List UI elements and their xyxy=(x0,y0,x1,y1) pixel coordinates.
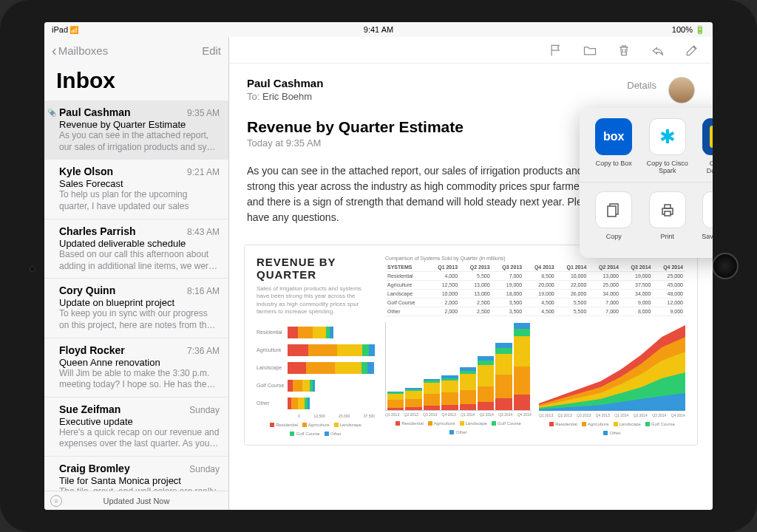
battery-label: 100% xyxy=(672,25,705,35)
mail-item[interactable]: Cory Quinn8:16 AMUpdate on blueprint pro… xyxy=(44,279,228,338)
app-icon: ⬇ xyxy=(702,118,713,155)
share-action[interactable]: Copy xyxy=(588,191,639,240)
app-icon: box xyxy=(595,118,632,155)
mail-subject: Tile for Santa Monica project xyxy=(59,475,220,486)
mail-time: 7:36 AM xyxy=(187,346,220,356)
share-sheet: boxCopy to Box✱Copy to Cisco Spark⬇Copy … xyxy=(580,108,713,258)
avatar[interactable] xyxy=(668,77,695,103)
app-label: Copy to Cisco Spark xyxy=(642,160,693,174)
to-name[interactable]: Eric Boehm xyxy=(262,91,312,102)
action-label: Save to Files xyxy=(696,233,713,240)
folder-icon[interactable] xyxy=(583,43,597,58)
mail-preview: Will Jim be able to make the 3:30 p.m. m… xyxy=(59,368,220,391)
mail-preview: As you can see in the attached report, o… xyxy=(59,130,220,153)
reply-icon[interactable] xyxy=(651,43,665,58)
share-app[interactable]: boxCopy to Box xyxy=(588,118,639,174)
details-link[interactable]: Details xyxy=(627,80,656,91)
mail-preview: Here's a quick recap on our revenue and … xyxy=(59,427,220,450)
mail-preview: To keep you in sync with our progress on… xyxy=(59,308,220,331)
chevron-left-icon: ‹ xyxy=(52,43,57,58)
share-app[interactable]: ⬇Copy to DocuSign xyxy=(696,118,713,174)
filter-icon[interactable]: ≡ xyxy=(50,495,62,507)
svg-rect-1 xyxy=(608,206,616,216)
action-label: Copy xyxy=(588,233,639,240)
to-line: To: Eric Boehm xyxy=(247,91,323,102)
updated-label: Updated Just Now xyxy=(103,497,170,505)
share-action[interactable]: Print xyxy=(642,191,693,240)
mail-sender: Cory Quinn xyxy=(59,284,115,296)
mail-subject: Queen Anne renovation xyxy=(59,357,220,368)
carrier-label: iPad xyxy=(52,25,78,34)
mail-sender: Craig Bromley xyxy=(59,463,130,474)
app-label: Copy to Box xyxy=(588,160,639,167)
mail-time: Sunday xyxy=(189,405,220,415)
app-icon: ✱ xyxy=(649,118,686,155)
mail-preview: To help us plan for the upcoming quarter… xyxy=(59,189,220,213)
mail-subject: Updated deliverable schedule xyxy=(59,238,220,249)
from-name[interactable]: Paul Cashman xyxy=(247,77,323,89)
hbar-chart: ResidentialAgricultureLandscapeGolf Cour… xyxy=(257,324,375,434)
clock: 9:41 AM xyxy=(364,25,393,34)
camera xyxy=(30,266,35,272)
edit-button[interactable]: Edit xyxy=(202,44,221,57)
mail-item[interactable]: Kyle Olson9:21 AMSales ForecastTo help u… xyxy=(44,160,228,219)
home-button[interactable] xyxy=(712,253,739,279)
mail-time: 8:43 AM xyxy=(187,227,220,237)
app-label: Copy to DocuSign xyxy=(696,160,713,174)
attachment-icon: 📎 xyxy=(47,109,56,117)
mail-sender: Sue Zeifman xyxy=(59,403,120,415)
status-bar: iPad 9:41 AM 100% xyxy=(44,22,713,37)
column-chart: Q1 2013Q2 2013Q3 2013Q4 2013Q1 2014Q2 20… xyxy=(385,322,532,433)
trash-icon[interactable] xyxy=(617,43,631,58)
sidebar-footer: ≡ Updated Just Now xyxy=(44,491,228,510)
mail-item[interactable]: Charles Parrish8:43 AMUpdated deliverabl… xyxy=(44,219,228,279)
attachment-subtitle: Sales of irrigation products and systems… xyxy=(257,285,375,316)
flag-icon[interactable] xyxy=(549,43,563,58)
mail-item[interactable]: Craig BromleySundayTile for Santa Monica… xyxy=(44,457,228,491)
area-chart: Q1 2013Q2 2013Q3 2013Q4 2013Q1 2014Q2 20… xyxy=(539,322,685,433)
compose-icon[interactable] xyxy=(685,43,699,58)
to-label: To: xyxy=(247,91,259,102)
action-icon xyxy=(649,191,686,228)
action-icon xyxy=(595,191,632,228)
mail-subject: Sales Forecast xyxy=(59,178,220,189)
mail-sender: Kyle Olson xyxy=(59,166,113,177)
back-label: Mailboxes xyxy=(58,44,109,57)
svg-rect-3 xyxy=(665,205,671,208)
mail-item[interactable]: Floyd Rocker7:36 AMQueen Anne renovation… xyxy=(44,338,228,398)
share-action[interactable]: Save to Files xyxy=(696,191,713,240)
mail-item[interactable]: 📎Paul Cashman9:35 AMRevenue by Quarter E… xyxy=(44,100,228,160)
mail-item[interactable]: Sue ZeifmanSundayExecutive updateHere's … xyxy=(44,398,228,457)
action-label: Print xyxy=(642,233,693,240)
mail-sender: Paul Cashman xyxy=(59,106,130,118)
attachment-title: REVENUE BY QUARTER xyxy=(257,256,375,281)
mail-sender: Floyd Rocker xyxy=(59,344,125,356)
mail-time: 8:16 AM xyxy=(187,286,220,296)
mail-subject: Revenue by Quarter Estimate xyxy=(59,119,220,130)
mail-preview: Based on our call this afternoon about a… xyxy=(59,249,220,272)
message-pane: Paul Cashman To: Eric Boehm Details Reve… xyxy=(229,37,713,510)
inbox-title: Inbox xyxy=(44,64,228,100)
mail-sender: Charles Parrish xyxy=(59,225,136,237)
attachment-preview[interactable]: REVENUE BY QUARTER Sales of irrigation p… xyxy=(244,245,698,446)
mail-subject: Update on blueprint project xyxy=(59,297,220,308)
mail-list: 📎Paul Cashman9:35 AMRevenue by Quarter E… xyxy=(44,100,228,491)
toolbar xyxy=(229,37,713,64)
action-icon xyxy=(702,191,713,228)
back-to-mailboxes[interactable]: ‹ Mailboxes xyxy=(52,43,108,58)
mail-time: 9:21 AM xyxy=(187,167,220,177)
share-app[interactable]: ✱Copy to Cisco Spark xyxy=(642,118,693,174)
mailbox-sidebar: ‹ Mailboxes Edit Inbox 📎Paul Cashman9:35… xyxy=(44,37,229,510)
mail-time: 9:35 AM xyxy=(187,108,220,118)
svg-rect-4 xyxy=(665,211,671,216)
mail-time: Sunday xyxy=(189,464,220,474)
mail-subject: Executive update xyxy=(59,416,220,427)
data-table: SYSTEMSQ1 2013Q2 2013Q3 2013Q4 2013Q1 20… xyxy=(385,263,685,316)
